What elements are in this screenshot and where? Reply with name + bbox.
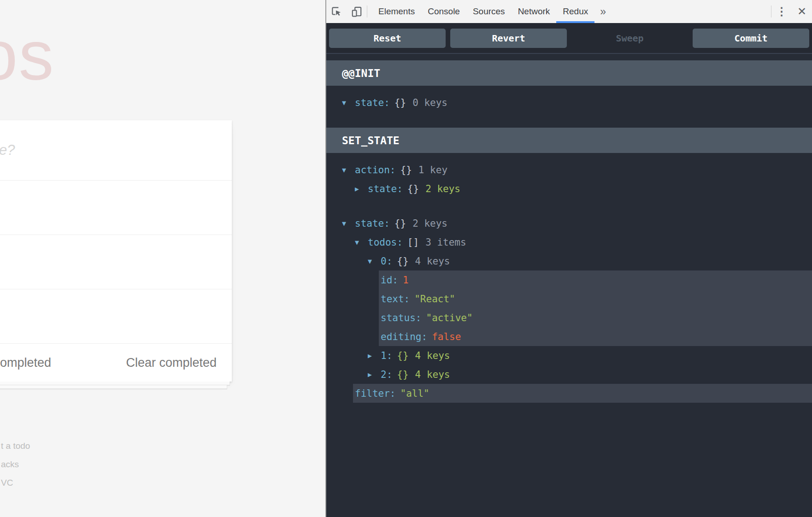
app-info-footer: t a todo acks VC — [1, 437, 30, 492]
tree-count: 0 keys — [412, 97, 447, 108]
tab-network[interactable]: Network — [512, 0, 557, 23]
screen: os ompleted Clear completed t a todo ack… — [0, 0, 812, 517]
commit-button[interactable]: Commit — [693, 29, 809, 48]
collapse-arrow-icon[interactable]: ▼ — [342, 99, 355, 107]
collapse-arrow-icon[interactable]: ▼ — [368, 257, 381, 265]
devtools-close-icon[interactable]: ✕ — [792, 0, 812, 23]
tree-count: 3 items — [425, 237, 466, 248]
tree-key: state: — [368, 183, 403, 194]
tree-braces: {} — [397, 350, 408, 361]
tree-value: "all" — [400, 388, 430, 399]
tree-row-2[interactable]: ▶2:{}4 keys — [326, 365, 812, 384]
todo-card: ompleted Clear completed — [0, 120, 232, 382]
info-line: t a todo — [1, 437, 30, 455]
tree-braces: {} — [400, 164, 412, 176]
tree-key: todos: — [368, 237, 403, 248]
tree-braces: {} — [397, 256, 408, 267]
tree-count: 2 keys — [425, 183, 460, 194]
tree-key: state: — [355, 218, 390, 229]
reset-button[interactable]: Reset — [329, 29, 446, 48]
tree-value: 1 — [403, 275, 409, 286]
expand-arrow-icon[interactable]: ▶ — [368, 370, 381, 379]
expand-arrow-icon[interactable]: ▶ — [368, 352, 381, 360]
tab-console[interactable]: Console — [421, 0, 466, 23]
tree-count: 2 keys — [412, 218, 447, 229]
info-line: acks — [1, 455, 30, 474]
tree-key: id: — [381, 275, 398, 286]
todo-app: os ompleted Clear completed t a todo ack… — [0, 0, 325, 517]
tree-row-status: status:"active" — [326, 308, 812, 327]
tree-count: 4 keys — [415, 256, 450, 267]
tree-row-0[interactable]: ▼0:{}4 keys — [326, 252, 812, 270]
tree-row-text: text:"React" — [326, 289, 812, 308]
tree-row-id: id:1 — [326, 270, 812, 289]
more-tabs-chevron-icon[interactable]: » — [594, 0, 612, 23]
devtools-tabs: ElementsConsoleSourcesNetworkRedux — [372, 0, 594, 23]
todo-item-row[interactable] — [0, 289, 232, 343]
tree-row-state[interactable]: ▶state:{}2 keys — [326, 179, 812, 198]
tree-row-state[interactable]: ▼state:{}0 keys — [326, 93, 812, 112]
tabbar-separator — [367, 6, 367, 18]
tree-value: false — [432, 331, 461, 342]
revert-button[interactable]: Revert — [450, 29, 567, 48]
state-tree: ▼action:{}1 key▶state:{}2 keys▼state:{}2… — [326, 153, 812, 412]
sweep-button: Sweep — [571, 29, 688, 48]
action-log: @@INIT▼state:{}0 keysSET_STATE▼action:{}… — [326, 54, 812, 516]
todo-item-row[interactable] — [0, 180, 232, 235]
tree-braces: {} — [394, 218, 406, 229]
clear-completed-button[interactable]: Clear completed — [126, 356, 217, 370]
tree-braces: {} — [394, 97, 406, 108]
new-todo-input[interactable] — [0, 120, 232, 180]
tree-key: status: — [381, 312, 422, 323]
device-toolbar-icon[interactable] — [347, 0, 367, 23]
tree-value: "active" — [426, 312, 473, 323]
tree-row-1[interactable]: ▶1:{}4 keys — [326, 346, 812, 365]
tree-count: 1 key — [418, 164, 447, 176]
action-header[interactable]: @@INIT — [326, 60, 812, 86]
tree-gap — [326, 198, 812, 214]
stacked-sheet — [0, 385, 227, 389]
tab-redux[interactable]: Redux — [556, 0, 594, 23]
tab-sources[interactable]: Sources — [466, 0, 512, 23]
tree-count: 4 keys — [415, 350, 450, 361]
tree-braces: [] — [407, 237, 419, 248]
tree-row-filter: filter:"all" — [326, 384, 812, 403]
tree-count: 4 keys — [415, 369, 450, 380]
info-line: VC — [1, 474, 30, 492]
tree-key: state: — [355, 97, 390, 108]
app-title: os — [0, 20, 55, 90]
collapse-arrow-icon[interactable]: ▼ — [342, 219, 355, 228]
tree-braces: {} — [407, 183, 419, 194]
tree-row-todos[interactable]: ▼todos:[]3 items — [326, 233, 812, 252]
todo-footer: ompleted Clear completed — [0, 343, 232, 382]
filter-completed-link[interactable]: ompleted — [0, 356, 51, 370]
tree-value: "React" — [414, 294, 455, 305]
expand-arrow-icon[interactable]: ▶ — [355, 185, 368, 193]
tree-key: action: — [355, 164, 396, 176]
tree-braces: {} — [397, 369, 408, 380]
tree-key: 2: — [381, 369, 392, 380]
tree-key: text: — [381, 294, 410, 305]
new-todo-row — [0, 120, 232, 180]
todo-item-row[interactable] — [0, 235, 232, 289]
tab-elements[interactable]: Elements — [372, 0, 421, 23]
redux-toolbar: ResetRevertSweepCommit — [326, 23, 812, 54]
tree-row-editing: editing:false — [326, 327, 812, 346]
inspect-element-icon[interactable] — [326, 0, 347, 23]
devtools-tabbar: ElementsConsoleSourcesNetworkRedux » ⋮ ✕ — [326, 0, 812, 23]
tree-row-action[interactable]: ▼action:{}1 key — [326, 160, 812, 179]
stacked-sheet — [0, 382, 230, 385]
tree-key: filter: — [355, 388, 396, 399]
tree-key: 1: — [381, 350, 392, 361]
action-header[interactable]: SET_STATE — [326, 128, 812, 153]
tree-row-state[interactable]: ▼state:{}2 keys — [326, 214, 812, 233]
tree-key: 0: — [381, 256, 392, 267]
collapse-arrow-icon[interactable]: ▼ — [355, 238, 368, 247]
collapse-arrow-icon[interactable]: ▼ — [342, 166, 355, 174]
devtools-menu-kebab-icon[interactable]: ⋮ — [771, 0, 792, 23]
tree-key: editing: — [381, 331, 427, 342]
state-tree: ▼state:{}0 keys — [326, 86, 812, 121]
devtools-panel: ElementsConsoleSourcesNetworkRedux » ⋮ ✕… — [325, 0, 812, 517]
